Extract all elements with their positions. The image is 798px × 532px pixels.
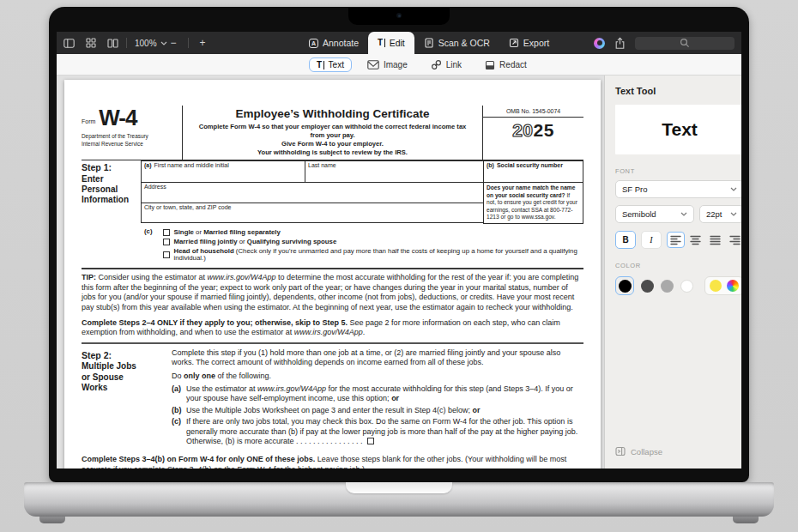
redact-tool-button[interactable]: Redact (477, 57, 535, 73)
pdf-editor-window: 100% − + A Annotate T Edit (57, 32, 741, 469)
first-name-field: (a)First name and middle initial (142, 161, 305, 182)
thumbnails-icon[interactable] (86, 38, 96, 48)
display-notch (348, 7, 450, 25)
toolbar-right-group (594, 37, 735, 50)
sidebar-toggle-icon[interactable] (63, 39, 75, 48)
webcam-dot (396, 13, 402, 18)
color-swatch-yellow[interactable] (710, 280, 722, 292)
name-fields-row: (a)First name and middle initial Last na… (141, 160, 483, 183)
tab-edit[interactable]: T Edit (368, 32, 414, 54)
share-icon[interactable] (614, 37, 626, 50)
link-icon (431, 59, 442, 70)
tab-scan-ocr[interactable]: Scan & OCR (414, 32, 499, 54)
tip-paragraph: TIP: Consider using the estimator at www… (82, 273, 583, 312)
edit-tools: T Text Image (309, 54, 535, 76)
step2-option-a: (a) Use the estimator at www.irs.gov/W4A… (172, 384, 583, 404)
zoom-out-button[interactable]: − (167, 37, 180, 49)
font-family-select[interactable]: SF Pro (615, 180, 741, 198)
tab-annotate-label: Annotate (323, 38, 359, 48)
form-subtitles: Complete Form W-4 so that your employer … (191, 123, 474, 158)
form-year: 2025 (483, 118, 583, 141)
step2-do-line: Do only one of the following. (172, 372, 583, 381)
two-page-view-icon[interactable] (107, 39, 118, 48)
ai-assistant-icon[interactable] (594, 38, 605, 49)
chevron-down-icon (730, 187, 737, 191)
link-tool-label: Link (446, 60, 462, 70)
align-center-button[interactable] (686, 232, 704, 248)
laptop-foot-right (733, 517, 759, 523)
text-tool-button[interactable]: T Text (309, 57, 352, 72)
toolbar-divider (188, 38, 189, 48)
collapse-panel-button[interactable]: Collapse (615, 446, 662, 456)
step2-option-b: (b) Use the Multiple Jobs Worksheet on p… (172, 406, 583, 415)
view-controls (63, 38, 118, 48)
tab-export[interactable]: Export (499, 32, 559, 54)
align-right-button[interactable] (726, 232, 741, 248)
c-tag: (c) (144, 227, 153, 235)
color-section-label: COLOR (615, 262, 741, 269)
zoom-level[interactable]: 100% (135, 39, 157, 48)
text-tool-label: Text (329, 60, 344, 70)
preview-text: Text (662, 119, 698, 140)
filing-option-head-of-household: Head of household (Check only if you’re … (163, 248, 583, 263)
color-swatch-white[interactable] (680, 280, 693, 293)
pdf-page-w4[interactable]: Form W-4 Department of the TreasuryInter… (64, 80, 601, 469)
image-tool-button[interactable]: Image (360, 57, 415, 72)
font-section-label: FONT (615, 167, 741, 175)
align-justify-button[interactable] (706, 232, 724, 248)
zoom-control[interactable]: 100% (135, 39, 167, 48)
align-left-button[interactable] (667, 232, 685, 248)
step1-section: Step 1: Enter Personal Information (a)Fi… (82, 160, 583, 224)
content-area: Form W-4 Department of the TreasuryInter… (57, 76, 741, 469)
filing-status-section: (c) Single or Married filing separately … (82, 224, 583, 269)
laptop-screen: 100% − + A Annotate T Edit (49, 7, 749, 482)
color-swatch-black-selected[interactable] (615, 276, 634, 295)
search-icon (680, 38, 690, 48)
font-style-select[interactable]: Semibold (615, 205, 694, 223)
italic-button[interactable]: I (641, 231, 662, 249)
desktop-background: 100% − + A Annotate T Edit (0, 0, 798, 532)
form-header: Form W-4 Department of the TreasuryInter… (82, 106, 583, 160)
filing-option-single: Single or Married filing separately (163, 229, 583, 237)
toolbar-divider (126, 38, 127, 48)
scan-document-icon (424, 38, 434, 48)
color-swatch-dark-gray[interactable] (641, 280, 654, 293)
form-word: Form (82, 118, 95, 124)
redact-tool-label: Redact (499, 60, 527, 70)
form-title-cell: Employee’s Withholding Certificate Compl… (182, 106, 483, 160)
form-number: W-4 (99, 108, 136, 127)
ssn-field: (b)Social security number (484, 161, 583, 183)
tab-annotate[interactable]: A Annotate (299, 32, 368, 54)
color-swatch-gray[interactable] (661, 280, 674, 293)
step1-fields: (a)First name and middle initial Last na… (141, 160, 483, 224)
city-field: City or town, state, and ZIP code (141, 203, 483, 223)
bold-button[interactable]: B (615, 231, 636, 249)
font-size-select[interactable]: 22pt (699, 205, 741, 223)
tab-export-label: Export (523, 38, 549, 48)
last-name-field: Last name (305, 161, 483, 182)
checkbox-two-jobs (367, 438, 374, 444)
color-wheel-icon[interactable] (727, 280, 739, 292)
chevron-down-icon (680, 212, 687, 216)
filing-option-married-jointly: Married filing jointly or Qualifying sur… (163, 239, 583, 246)
color-swatches (615, 276, 741, 295)
step1-right-column: (b)Social security number Does your name… (483, 160, 583, 224)
step2-intro: Complete this step if you (1) hold more … (172, 348, 583, 368)
laptop-foot-left (39, 517, 65, 523)
search-input[interactable] (635, 37, 735, 50)
text-style-preview[interactable]: Text (615, 105, 741, 154)
main-toolbar: 100% − + A Annotate T Edit (57, 32, 741, 54)
link-tool-button[interactable]: Link (423, 57, 469, 73)
checkbox-head-of-household (163, 251, 170, 258)
tab-scan-label: Scan & OCR (438, 38, 490, 48)
step2-label: Step 2: Multiple Jobs or Spouse Works (82, 348, 172, 449)
zoom-in-button[interactable]: + (196, 37, 209, 49)
steps-2-4-note: Complete Steps 2–4 ONLY if they apply to… (82, 318, 583, 344)
document-viewer: Form W-4 Department of the TreasuryInter… (57, 76, 604, 469)
dot-leader: . . . . . . . . . . . . . . . . (296, 437, 363, 445)
lid-groove (346, 482, 452, 493)
omb-number: OMB No. 1545-0074 (483, 106, 583, 118)
image-icon (367, 60, 379, 70)
step2-body: Complete this step if you (1) hold more … (172, 348, 583, 449)
annotate-icon: A (309, 39, 318, 48)
